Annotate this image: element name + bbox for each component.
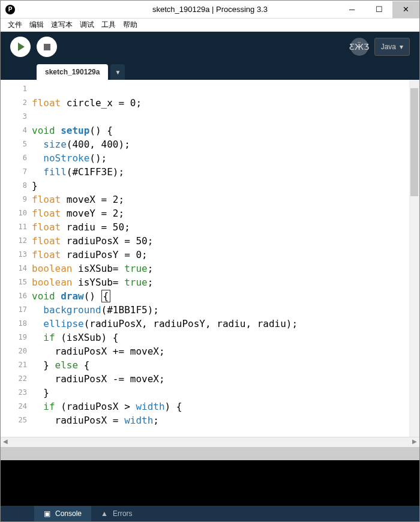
line-gutter: 1234567891011121314151617181920212223242… — [1, 80, 32, 437]
menu-edit[interactable]: 编辑 — [27, 20, 46, 30]
vertical-scrollbar[interactable] — [409, 80, 419, 437]
run-button[interactable] — [10, 37, 31, 57]
mode-selector[interactable]: Java▾ — [374, 38, 410, 56]
app-icon: P — [5, 5, 15, 14]
warning-icon: ▲ — [101, 509, 108, 518]
menu-help[interactable]: 帮助 — [121, 20, 140, 30]
console-tab[interactable]: ▣ Console — [34, 506, 91, 521]
scrollbar-thumb[interactable] — [410, 88, 418, 196]
maximize-button[interactable]: ☐ — [365, 1, 392, 18]
menu-debug[interactable]: 调试 — [77, 20, 97, 30]
window-titlebar: P sketch_190129a | Processing 3.3 ─ ☐ ✕ — [1, 1, 419, 19]
stop-button[interactable] — [37, 37, 57, 57]
console-tab-label: Console — [55, 509, 82, 518]
code-editor[interactable]: 1234567891011121314151617181920212223242… — [1, 80, 419, 437]
console-icon: ▣ — [44, 509, 50, 518]
debug-butterfly-button[interactable]: ƸӜƷ — [350, 38, 368, 56]
stop-icon — [44, 44, 50, 50]
window-title: sketch_190129a | Processing 3.3 — [152, 5, 268, 14]
errors-tab-label: Errors — [113, 509, 133, 518]
bottom-tabs: ▣ Console ▲ Errors — [1, 506, 419, 521]
menu-file[interactable]: 文件 — [5, 20, 25, 30]
message-bar — [1, 447, 419, 460]
menu-bar: 文件 编辑 速写本 调试 工具 帮助 — [1, 19, 419, 32]
chevron-down-icon: ▾ — [400, 43, 403, 51]
close-button[interactable]: ✕ — [392, 1, 419, 18]
butterfly-icon: ƸӜƷ — [349, 42, 369, 52]
menu-sketch[interactable]: 速写本 — [49, 20, 75, 30]
play-icon — [18, 43, 25, 51]
errors-tab[interactable]: ▲ Errors — [91, 506, 142, 521]
tab-bar: sketch_190129a ▼ — [1, 62, 419, 80]
console-output[interactable] — [1, 460, 419, 506]
toolbar: ƸӜƷ Java▾ — [1, 32, 419, 62]
menu-tools[interactable]: 工具 — [99, 20, 118, 30]
minimize-button[interactable]: ─ — [338, 1, 365, 18]
sketch-tab[interactable]: sketch_190129a — [37, 64, 108, 80]
mode-label: Java — [381, 43, 396, 51]
horizontal-scrollbar[interactable] — [1, 437, 419, 447]
code-area[interactable]: float circle_x = 0;void setup() { size(4… — [32, 80, 409, 437]
tab-dropdown[interactable]: ▼ — [110, 64, 125, 80]
